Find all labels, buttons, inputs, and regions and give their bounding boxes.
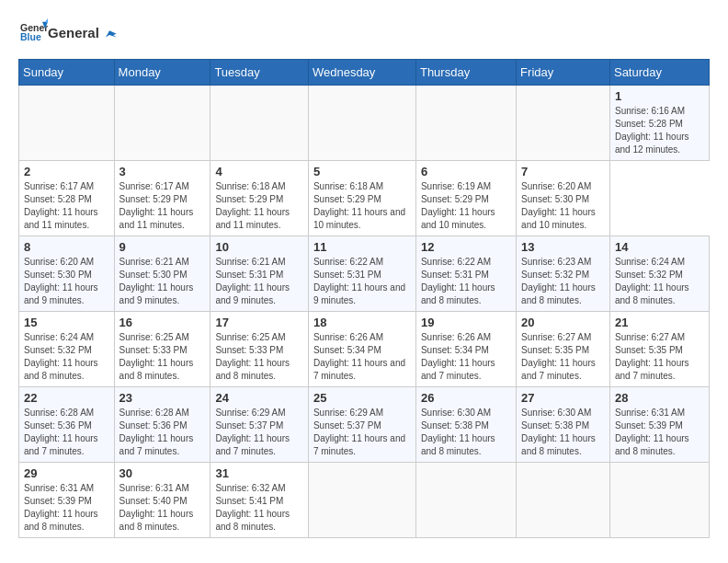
empty-cell [415,463,516,538]
calendar-day-cell: 29 Sunrise: 6:31 AM Sunset: 5:39 PM Dayl… [19,463,115,538]
calendar-week-row: 1 Sunrise: 6:16 AM Sunset: 5:28 PM Dayli… [19,86,710,161]
cell-sunrise: Sunrise: 6:24 AM [24,332,94,342]
empty-cell [308,86,415,161]
calendar-day-cell: 20 Sunrise: 6:27 AM Sunset: 5:35 PM Dayl… [517,312,610,387]
day-number: 19 [421,316,511,329]
calendar-day-cell: 3 Sunrise: 6:17 AM Sunset: 5:29 PM Dayli… [114,161,210,236]
cell-sunrise: Sunrise: 6:20 AM [521,181,591,191]
day-number: 15 [24,316,109,329]
day-number: 11 [313,240,411,254]
cell-sunset: Sunset: 5:32 PM [24,345,92,355]
cell-sunset: Sunset: 5:29 PM [119,194,188,204]
day-number: 12 [421,240,511,254]
day-number: 30 [119,466,206,480]
calendar-day-cell: 30 Sunrise: 6:31 AM Sunset: 5:40 PM Dayl… [114,463,210,538]
cell-sunrise: Sunrise: 6:17 AM [119,181,189,191]
svg-marker-4 [106,30,117,37]
calendar-day-cell: 6 Sunrise: 6:19 AM Sunset: 5:29 PM Dayli… [415,161,516,236]
cell-sunrise: Sunrise: 6:16 AM [615,106,685,116]
cell-sunrise: Sunrise: 6:17 AM [24,181,94,191]
calendar-day-cell: 28 Sunrise: 6:31 AM Sunset: 5:39 PM Dayl… [609,387,709,463]
cell-daylight: Daylight: 11 hours and 7 minutes. [313,358,405,381]
day-number: 18 [313,316,411,329]
calendar-day-cell: 14 Sunrise: 6:24 AM Sunset: 5:32 PM Dayl… [609,236,709,312]
cell-sunset: Sunset: 5:30 PM [521,194,589,204]
cell-sunrise: Sunrise: 6:22 AM [313,257,383,267]
empty-cell [609,463,709,538]
cell-daylight: Daylight: 11 hours and 8 minutes. [421,282,495,305]
cell-daylight: Daylight: 11 hours and 10 minutes. [521,207,596,230]
cell-sunset: Sunset: 5:31 PM [215,270,283,280]
cell-daylight: Daylight: 11 hours and 7 minutes. [615,358,689,381]
calendar-week-row: 2 Sunrise: 6:17 AM Sunset: 5:28 PM Dayli… [19,161,710,236]
day-number: 26 [421,391,511,405]
cell-daylight: Daylight: 11 hours and 8 minutes. [24,358,98,381]
day-number: 6 [421,165,511,178]
day-header-thursday: Thursday [415,60,516,86]
empty-cell [517,86,610,161]
cell-daylight: Daylight: 11 hours and 8 minutes. [119,358,194,381]
cell-sunrise: Sunrise: 6:31 AM [615,408,685,418]
day-number: 25 [313,391,411,405]
day-number: 5 [313,165,411,178]
day-number: 9 [119,240,206,254]
cell-daylight: Daylight: 11 hours and 9 minutes. [313,282,405,305]
cell-sunset: Sunset: 5:38 PM [521,420,589,431]
cell-sunrise: Sunrise: 6:29 AM [313,408,383,418]
cell-daylight: Daylight: 11 hours and 10 minutes. [421,207,495,230]
cell-daylight: Daylight: 11 hours and 8 minutes. [215,358,290,381]
page-header: General Blue General [18,18,710,50]
calendar-day-cell: 16 Sunrise: 6:25 AM Sunset: 5:33 PM Dayl… [114,312,210,387]
empty-cell [19,86,115,161]
calendar-day-cell: 22 Sunrise: 6:28 AM Sunset: 5:36 PM Dayl… [19,387,115,463]
bird-icon [101,27,118,43]
cell-sunset: Sunset: 5:37 PM [215,420,283,431]
cell-sunset: Sunset: 5:28 PM [615,119,683,129]
day-number: 23 [119,391,206,405]
calendar-day-cell: 31 Sunrise: 6:32 AM Sunset: 5:41 PM Dayl… [210,463,309,538]
cell-sunset: Sunset: 5:39 PM [615,420,683,431]
calendar-day-cell: 8 Sunrise: 6:20 AM Sunset: 5:30 PM Dayli… [19,236,115,312]
calendar-day-cell: 4 Sunrise: 6:18 AM Sunset: 5:29 PM Dayli… [210,161,309,236]
calendar-week-row: 29 Sunrise: 6:31 AM Sunset: 5:39 PM Dayl… [19,463,710,538]
cell-daylight: Daylight: 11 hours and 7 minutes. [521,358,596,381]
cell-sunrise: Sunrise: 6:31 AM [24,483,94,493]
cell-daylight: Daylight: 11 hours and 11 minutes. [119,207,194,230]
cell-daylight: Daylight: 11 hours and 11 minutes. [215,207,290,230]
cell-sunset: Sunset: 5:36 PM [119,420,188,431]
calendar-day-cell: 7 Sunrise: 6:20 AM Sunset: 5:30 PM Dayli… [517,161,610,236]
calendar-day-cell: 12 Sunrise: 6:22 AM Sunset: 5:31 PM Dayl… [415,236,516,312]
empty-cell [517,463,610,538]
calendar-day-cell: 25 Sunrise: 6:29 AM Sunset: 5:37 PM Dayl… [308,387,415,463]
cell-daylight: Daylight: 11 hours and 9 minutes. [24,282,98,305]
cell-sunset: Sunset: 5:37 PM [313,420,381,431]
calendar-week-row: 8 Sunrise: 6:20 AM Sunset: 5:30 PM Dayli… [19,236,710,312]
cell-sunset: Sunset: 5:41 PM [215,496,283,506]
calendar-day-cell: 11 Sunrise: 6:22 AM Sunset: 5:31 PM Dayl… [308,236,415,312]
cell-sunset: Sunset: 5:29 PM [215,194,283,204]
cell-daylight: Daylight: 11 hours and 12 minutes. [615,132,689,155]
day-number: 31 [215,466,303,480]
calendar-table: SundayMondayTuesdayWednesdayThursdayFrid… [18,59,710,538]
cell-daylight: Daylight: 11 hours and 9 minutes. [119,282,194,305]
empty-cell [114,86,210,161]
cell-sunrise: Sunrise: 6:30 AM [421,408,491,418]
cell-sunset: Sunset: 5:38 PM [421,420,489,431]
cell-sunset: Sunset: 5:35 PM [521,345,589,355]
day-number: 16 [119,316,206,329]
calendar-day-cell: 18 Sunrise: 6:26 AM Sunset: 5:34 PM Dayl… [308,312,415,387]
day-number: 27 [521,391,605,405]
empty-cell [415,86,516,161]
cell-daylight: Daylight: 11 hours and 8 minutes. [119,509,194,532]
calendar-week-row: 22 Sunrise: 6:28 AM Sunset: 5:36 PM Dayl… [19,387,710,463]
day-number: 8 [24,240,109,254]
empty-cell [308,463,415,538]
cell-sunset: Sunset: 5:34 PM [313,345,381,355]
day-number: 10 [215,240,303,254]
cell-daylight: Daylight: 11 hours and 7 minutes. [313,433,405,456]
cell-sunrise: Sunrise: 6:26 AM [421,332,491,342]
cell-sunrise: Sunrise: 6:27 AM [615,332,685,342]
calendar-day-cell: 26 Sunrise: 6:30 AM Sunset: 5:38 PM Dayl… [415,387,516,463]
day-number: 17 [215,316,303,329]
cell-sunset: Sunset: 5:33 PM [119,345,188,355]
